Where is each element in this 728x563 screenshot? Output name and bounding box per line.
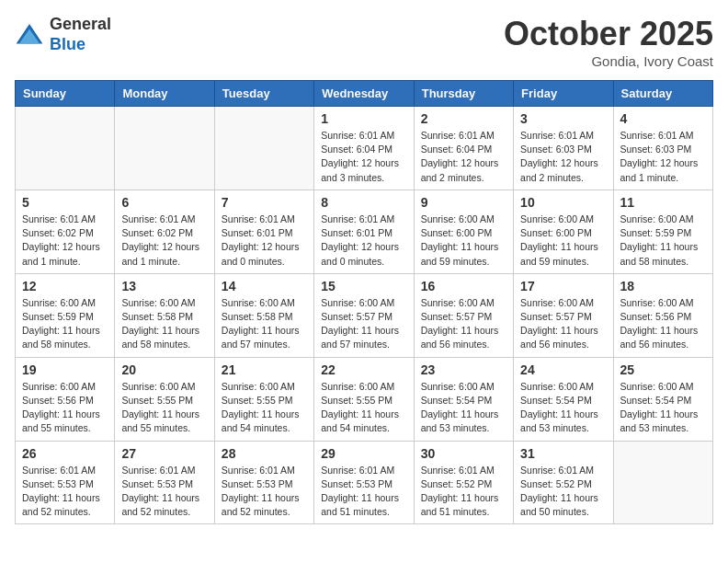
day-info: Sunrise: 6:00 AM Sunset: 5:54 PM Dayligh… bbox=[520, 380, 606, 436]
day-info: Sunrise: 6:01 AM Sunset: 5:52 PM Dayligh… bbox=[520, 464, 606, 520]
day-number: 31 bbox=[520, 446, 606, 461]
logo-icon bbox=[15, 20, 44, 50]
day-number: 18 bbox=[620, 279, 706, 293]
day-info: Sunrise: 6:00 AM Sunset: 5:57 PM Dayligh… bbox=[321, 296, 406, 352]
day-cell: 12Sunrise: 6:00 AM Sunset: 5:59 PM Dayli… bbox=[16, 273, 115, 357]
day-number: 5 bbox=[22, 195, 108, 210]
weekday-tuesday: Tuesday bbox=[214, 81, 313, 107]
day-info: Sunrise: 6:01 AM Sunset: 6:01 PM Dayligh… bbox=[321, 213, 406, 269]
calendar-body: 1Sunrise: 6:01 AM Sunset: 6:04 PM Daylig… bbox=[16, 107, 713, 524]
week-row-2: 5Sunrise: 6:01 AM Sunset: 6:02 PM Daylig… bbox=[16, 190, 713, 273]
day-number: 23 bbox=[421, 362, 506, 377]
day-number: 11 bbox=[620, 195, 706, 210]
day-number: 25 bbox=[620, 362, 706, 377]
day-number: 10 bbox=[520, 195, 606, 210]
day-number: 12 bbox=[22, 279, 108, 293]
day-cell bbox=[16, 107, 115, 190]
day-cell: 8Sunrise: 6:01 AM Sunset: 6:01 PM Daylig… bbox=[314, 190, 414, 273]
day-cell: 29Sunrise: 6:01 AM Sunset: 5:53 PM Dayli… bbox=[314, 441, 414, 524]
weekday-thursday: Thursday bbox=[414, 81, 513, 107]
day-info: Sunrise: 6:00 AM Sunset: 5:54 PM Dayligh… bbox=[421, 380, 506, 436]
day-cell: 31Sunrise: 6:01 AM Sunset: 5:52 PM Dayli… bbox=[514, 441, 613, 524]
day-info: Sunrise: 6:01 AM Sunset: 5:53 PM Dayligh… bbox=[22, 464, 108, 520]
page-header: General Blue October 2025 Gondia, Ivory … bbox=[15, 15, 713, 69]
weekday-saturday: Saturday bbox=[613, 81, 712, 107]
day-info: Sunrise: 6:00 AM Sunset: 5:58 PM Dayligh… bbox=[121, 296, 207, 352]
day-number: 27 bbox=[121, 446, 207, 461]
day-number: 22 bbox=[321, 362, 406, 377]
day-info: Sunrise: 6:01 AM Sunset: 6:02 PM Dayligh… bbox=[121, 213, 207, 269]
day-number: 1 bbox=[321, 111, 406, 126]
day-cell: 14Sunrise: 6:00 AM Sunset: 5:58 PM Dayli… bbox=[214, 273, 313, 357]
day-info: Sunrise: 6:01 AM Sunset: 6:04 PM Dayligh… bbox=[321, 129, 406, 185]
day-cell: 19Sunrise: 6:00 AM Sunset: 5:56 PM Dayli… bbox=[16, 357, 115, 441]
day-info: Sunrise: 6:01 AM Sunset: 5:53 PM Dayligh… bbox=[222, 464, 307, 520]
day-number: 24 bbox=[520, 362, 606, 377]
day-number: 29 bbox=[321, 446, 406, 461]
day-cell bbox=[115, 107, 214, 190]
day-cell: 1Sunrise: 6:01 AM Sunset: 6:04 PM Daylig… bbox=[314, 107, 414, 190]
day-number: 9 bbox=[421, 195, 506, 210]
day-number: 26 bbox=[22, 446, 108, 461]
day-number: 13 bbox=[121, 279, 207, 293]
day-cell: 3Sunrise: 6:01 AM Sunset: 6:03 PM Daylig… bbox=[514, 107, 613, 190]
day-cell: 27Sunrise: 6:01 AM Sunset: 5:53 PM Dayli… bbox=[115, 441, 214, 524]
day-cell: 17Sunrise: 6:00 AM Sunset: 5:57 PM Dayli… bbox=[514, 273, 613, 357]
day-number: 30 bbox=[421, 446, 506, 461]
day-cell: 4Sunrise: 6:01 AM Sunset: 6:03 PM Daylig… bbox=[613, 107, 712, 190]
day-number: 7 bbox=[222, 195, 307, 210]
day-cell bbox=[214, 107, 313, 190]
day-cell: 10Sunrise: 6:00 AM Sunset: 6:00 PM Dayli… bbox=[514, 190, 613, 273]
day-number: 6 bbox=[121, 195, 207, 210]
day-cell: 16Sunrise: 6:00 AM Sunset: 5:57 PM Dayli… bbox=[414, 273, 513, 357]
week-row-5: 26Sunrise: 6:01 AM Sunset: 5:53 PM Dayli… bbox=[16, 441, 713, 524]
day-number: 17 bbox=[520, 279, 606, 293]
calendar: SundayMondayTuesdayWednesdayThursdayFrid… bbox=[15, 80, 713, 524]
day-number: 3 bbox=[520, 111, 606, 126]
week-row-1: 1Sunrise: 6:01 AM Sunset: 6:04 PM Daylig… bbox=[16, 107, 713, 190]
day-cell: 23Sunrise: 6:00 AM Sunset: 5:54 PM Dayli… bbox=[414, 357, 513, 441]
location: Gondia, Ivory Coast bbox=[504, 53, 713, 69]
day-info: Sunrise: 6:00 AM Sunset: 5:59 PM Dayligh… bbox=[22, 296, 108, 352]
day-cell: 7Sunrise: 6:01 AM Sunset: 6:01 PM Daylig… bbox=[214, 190, 313, 273]
day-info: Sunrise: 6:00 AM Sunset: 6:00 PM Dayligh… bbox=[520, 213, 606, 269]
day-info: Sunrise: 6:01 AM Sunset: 6:03 PM Dayligh… bbox=[520, 129, 606, 185]
day-info: Sunrise: 6:00 AM Sunset: 5:56 PM Dayligh… bbox=[620, 296, 706, 352]
day-info: Sunrise: 6:00 AM Sunset: 5:55 PM Dayligh… bbox=[222, 380, 307, 436]
day-number: 4 bbox=[620, 111, 706, 126]
day-number: 20 bbox=[121, 362, 207, 377]
day-info: Sunrise: 6:00 AM Sunset: 5:58 PM Dayligh… bbox=[222, 296, 307, 352]
day-info: Sunrise: 6:01 AM Sunset: 6:01 PM Dayligh… bbox=[222, 213, 307, 269]
month-title: October 2025 bbox=[504, 15, 713, 53]
day-info: Sunrise: 6:00 AM Sunset: 5:57 PM Dayligh… bbox=[421, 296, 506, 352]
day-number: 15 bbox=[321, 279, 406, 293]
weekday-friday: Friday bbox=[514, 81, 613, 107]
day-info: Sunrise: 6:01 AM Sunset: 6:04 PM Dayligh… bbox=[421, 129, 506, 185]
day-info: Sunrise: 6:00 AM Sunset: 5:54 PM Dayligh… bbox=[620, 380, 706, 436]
day-number: 8 bbox=[321, 195, 406, 210]
day-cell: 13Sunrise: 6:00 AM Sunset: 5:58 PM Dayli… bbox=[115, 273, 214, 357]
day-cell: 9Sunrise: 6:00 AM Sunset: 6:00 PM Daylig… bbox=[414, 190, 513, 273]
week-row-3: 12Sunrise: 6:00 AM Sunset: 5:59 PM Dayli… bbox=[16, 273, 713, 357]
day-number: 2 bbox=[421, 111, 506, 126]
weekday-sunday: Sunday bbox=[16, 81, 115, 107]
week-row-4: 19Sunrise: 6:00 AM Sunset: 5:56 PM Dayli… bbox=[16, 357, 713, 441]
day-cell: 18Sunrise: 6:00 AM Sunset: 5:56 PM Dayli… bbox=[613, 273, 712, 357]
day-info: Sunrise: 6:00 AM Sunset: 5:55 PM Dayligh… bbox=[321, 380, 406, 436]
day-info: Sunrise: 6:01 AM Sunset: 5:53 PM Dayligh… bbox=[121, 464, 207, 520]
day-info: Sunrise: 6:00 AM Sunset: 5:57 PM Dayligh… bbox=[520, 296, 606, 352]
title-block: October 2025 Gondia, Ivory Coast bbox=[504, 15, 713, 69]
day-info: Sunrise: 6:01 AM Sunset: 6:03 PM Dayligh… bbox=[620, 129, 706, 185]
day-cell: 24Sunrise: 6:00 AM Sunset: 5:54 PM Dayli… bbox=[514, 357, 613, 441]
day-info: Sunrise: 6:00 AM Sunset: 5:56 PM Dayligh… bbox=[22, 380, 108, 436]
day-number: 28 bbox=[222, 446, 307, 461]
day-cell: 28Sunrise: 6:01 AM Sunset: 5:53 PM Dayli… bbox=[214, 441, 313, 524]
day-cell: 22Sunrise: 6:00 AM Sunset: 5:55 PM Dayli… bbox=[314, 357, 414, 441]
day-cell: 2Sunrise: 6:01 AM Sunset: 6:04 PM Daylig… bbox=[414, 107, 513, 190]
day-info: Sunrise: 6:00 AM Sunset: 6:00 PM Dayligh… bbox=[421, 213, 506, 269]
day-cell: 21Sunrise: 6:00 AM Sunset: 5:55 PM Dayli… bbox=[214, 357, 313, 441]
day-cell: 30Sunrise: 6:01 AM Sunset: 5:52 PM Dayli… bbox=[414, 441, 513, 524]
day-number: 16 bbox=[421, 279, 506, 293]
day-number: 14 bbox=[222, 279, 307, 293]
day-number: 19 bbox=[22, 362, 108, 377]
